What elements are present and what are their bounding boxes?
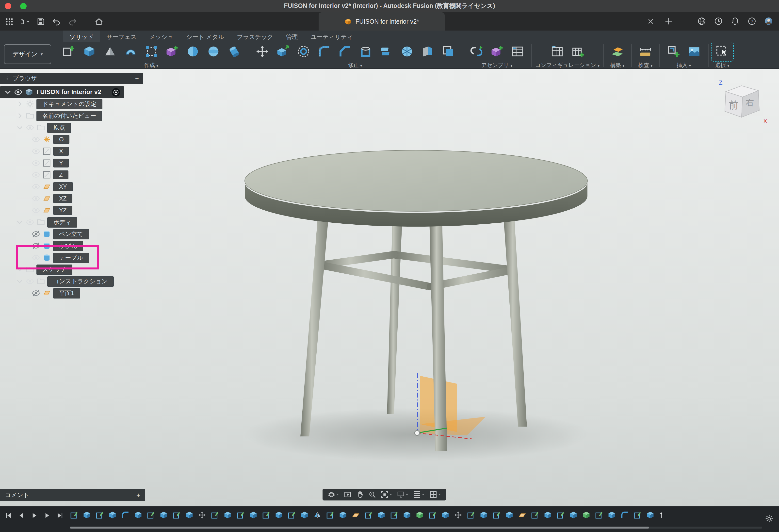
- move-button[interactable]: [252, 43, 272, 60]
- eye-visible-icon[interactable]: [14, 88, 23, 97]
- new-tab-button[interactable]: [664, 16, 674, 26]
- document-tab[interactable]: FUISON for Interior v2*: [318, 12, 445, 31]
- measure-button[interactable]: [635, 43, 656, 60]
- group-label[interactable]: 構築▾: [610, 62, 624, 69]
- timeline-feature-30-cube[interactable]: [441, 511, 450, 519]
- combine-button[interactable]: [376, 43, 397, 60]
- timeline-feature-41-green[interactable]: [582, 511, 590, 519]
- eye-visible-icon[interactable]: [25, 218, 35, 227]
- skip-end-button[interactable]: [56, 512, 64, 519]
- group-label[interactable]: 挿入▾: [676, 62, 691, 69]
- file-button[interactable]: [20, 16, 31, 27]
- group-label[interactable]: 検査▾: [638, 62, 652, 69]
- sphere-button[interactable]: [203, 43, 224, 60]
- timeline-scrollbar-thumb[interactable]: [70, 527, 649, 529]
- panel-grip-icon[interactable]: [4, 76, 9, 81]
- tree-item-label[interactable]: XZ: [53, 194, 73, 203]
- timeline-feature-1-sketch[interactable]: [70, 511, 78, 519]
- clock-button[interactable]: [713, 16, 724, 26]
- eye-visible-icon[interactable]: [32, 135, 40, 144]
- timeline-feature-17-cube[interactable]: [275, 511, 283, 519]
- timeline-feature-38-cube[interactable]: [544, 511, 552, 519]
- fit-nav-button[interactable]: [379, 491, 394, 498]
- timeline-feature-8-cube[interactable]: [160, 511, 168, 519]
- form-button[interactable]: [182, 43, 203, 60]
- timeline-feature-27-cube[interactable]: [403, 511, 411, 519]
- eye-visible-icon[interactable]: [32, 206, 40, 215]
- ribbon-tab-4[interactable]: シート メタル: [180, 31, 231, 42]
- display-nav-button[interactable]: [396, 491, 410, 498]
- timeline-feature-26-sketch[interactable]: [390, 511, 398, 519]
- presspull-button[interactable]: [272, 43, 293, 60]
- eye-visible-icon[interactable]: [32, 170, 40, 179]
- chevron-down-icon[interactable]: [16, 277, 24, 285]
- tree-item-label[interactable]: 原点: [47, 122, 71, 133]
- viewports-nav-button[interactable]: [428, 491, 443, 498]
- timeline-feature-21-sketch[interactable]: [326, 511, 334, 519]
- eye-hidden-icon[interactable]: [32, 230, 40, 238]
- view-cube[interactable]: 前 右 Z X: [715, 78, 772, 126]
- new-component-button[interactable]: [486, 43, 507, 60]
- zoom-nav-button[interactable]: [367, 491, 378, 498]
- apps-grid-button[interactable]: [4, 16, 15, 27]
- ribbon-tab-1[interactable]: ソリッド: [63, 31, 100, 42]
- step-forward-button[interactable]: [43, 512, 51, 519]
- chevron-down-icon[interactable]: [4, 88, 12, 96]
- joint-button[interactable]: [466, 43, 486, 60]
- bom-button[interactable]: [507, 43, 528, 60]
- tree-item-label[interactable]: FUISON for Interior v2: [37, 88, 101, 96]
- timeline-feature-46-cube[interactable]: [646, 511, 654, 519]
- close-tab-button[interactable]: [647, 17, 655, 25]
- group-label[interactable]: 選択▾: [715, 62, 729, 69]
- timeline-feature-22-cube[interactable]: [339, 511, 347, 519]
- tree-item-label[interactable]: Z: [53, 170, 69, 179]
- tree-item-label[interactable]: ボディ: [47, 217, 77, 227]
- timeline-feature-25-cube[interactable]: [377, 511, 385, 519]
- timeline-feature-10-cube[interactable]: [185, 511, 193, 519]
- ribbon-tab-2[interactable]: サーフェス: [100, 31, 143, 42]
- workspace-selector[interactable]: デザイン ▾: [4, 44, 51, 64]
- tree-item-label[interactable]: YZ: [53, 206, 73, 215]
- timeline-feature-23-plane[interactable]: [352, 511, 360, 519]
- chamfer-button[interactable]: [334, 43, 355, 60]
- timeline-feature-6-cube[interactable]: [134, 511, 142, 519]
- replace-button[interactable]: [417, 43, 438, 60]
- ribbon-tab-3[interactable]: メッシュ: [143, 31, 180, 42]
- eye-visible-icon[interactable]: [25, 277, 35, 286]
- sketch-new-button[interactable]: [58, 43, 79, 60]
- grid-display-nav-button[interactable]: [412, 491, 426, 498]
- ribbon-tab-7[interactable]: ユーティリティ: [304, 31, 359, 42]
- fillet-button[interactable]: [314, 43, 334, 60]
- tree-item-label[interactable]: 平面1: [53, 288, 80, 298]
- timeline-feature-19-cube[interactable]: [300, 511, 309, 519]
- home-button[interactable]: [94, 16, 104, 27]
- chevron-right-icon[interactable]: [16, 112, 24, 120]
- group-label[interactable]: 修正▾: [348, 62, 362, 69]
- fullscreen-window-button[interactable]: [20, 3, 26, 9]
- timeline-feature-11-move[interactable]: [198, 511, 206, 519]
- timeline-feature-3-sketch[interactable]: [96, 511, 104, 519]
- component-new-button[interactable]: [162, 43, 182, 60]
- eye-visible-icon[interactable]: [32, 182, 40, 191]
- step-back-button[interactable]: [18, 512, 25, 519]
- pyramid-button[interactable]: [100, 43, 120, 60]
- timeline-feature-34-sketch[interactable]: [492, 511, 501, 519]
- help-button[interactable]: ?: [746, 16, 757, 26]
- chevron-right-icon[interactable]: [16, 100, 24, 108]
- origin-point[interactable]: [415, 430, 420, 435]
- play-button[interactable]: [31, 512, 38, 519]
- bell-button[interactable]: [730, 16, 740, 26]
- insert-button[interactable]: [663, 43, 684, 60]
- activate-component-radio[interactable]: [112, 88, 120, 96]
- config-button[interactable]: [547, 43, 567, 60]
- timeline-feature-13-cube[interactable]: [224, 511, 232, 519]
- comments-bar[interactable]: コメント +: [0, 489, 145, 501]
- offset-button[interactable]: [293, 43, 314, 60]
- eye-visible-icon[interactable]: [32, 194, 40, 203]
- timeline-feature-37-sketch[interactable]: [531, 511, 539, 519]
- close-window-button[interactable]: [5, 3, 11, 9]
- cylinder-button[interactable]: [224, 43, 244, 60]
- timeline-feature-4-cube[interactable]: [108, 511, 117, 519]
- tree-item-label[interactable]: 名前の付いたビュー: [37, 111, 102, 121]
- config-insert-button[interactable]: [567, 43, 588, 60]
